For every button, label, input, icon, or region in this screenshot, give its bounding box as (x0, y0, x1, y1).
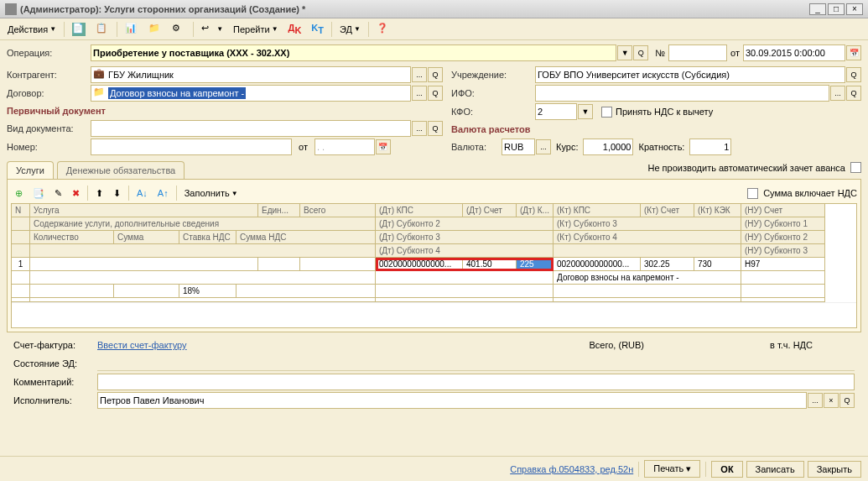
col-dt-k[interactable]: (Дт) К... (517, 204, 554, 217)
cell-dt-schet[interactable]: 401.50 (463, 258, 517, 271)
col-dt-sub4[interactable]: (Дт) Субконто 4 (376, 244, 554, 258)
valuta-input[interactable]: RUB (502, 139, 535, 155)
ispolnitel-search[interactable]: Q (839, 393, 855, 408)
col-edin[interactable]: Един... (258, 204, 300, 217)
col-n[interactable]: N (12, 204, 30, 217)
actions-menu[interactable]: Действия▼ (3, 21, 60, 38)
save-button[interactable]: Записать (746, 461, 804, 478)
kratnost-input[interactable]: 1 (689, 139, 731, 155)
vid-dok-input[interactable] (91, 120, 411, 137)
spravka-link[interactable]: Справка ф.0504833, ред.52н (510, 464, 633, 474)
col-kt-kek[interactable]: (Кт) КЭК (694, 204, 741, 217)
edit-row-button[interactable]: ✎ (50, 185, 66, 201)
cell-summa[interactable] (114, 285, 179, 298)
cell-kt-sub3[interactable]: Договор взносы на капремонт - (554, 271, 741, 285)
services-grid[interactable]: N Услуга Един... Всего (Дт) КПС (Дт) Сче… (11, 203, 857, 328)
col-nu-schet[interactable]: (НУ) Счет (741, 204, 825, 217)
cell-dt-sub3[interactable] (376, 285, 554, 298)
ok-button[interactable]: ОК (711, 461, 742, 478)
ifo-search[interactable]: Q (846, 86, 861, 101)
close-button-footer[interactable]: Закрыть (808, 461, 861, 478)
cell-n[interactable]: 1 (12, 258, 30, 271)
vid-dok-lookup[interactable]: ... (412, 121, 427, 136)
cell-usluga[interactable] (30, 258, 258, 271)
kfo-input[interactable]: 2 (535, 103, 577, 120)
cell-kt-sub4[interactable] (554, 285, 741, 298)
nomer-date-input[interactable]: . . (314, 139, 375, 155)
col-kol[interactable]: Количество (30, 231, 114, 244)
col-nu-sub3[interactable]: (НУ) Субконто 3 (741, 244, 825, 258)
cell-kt-schet[interactable]: 302.25 (641, 258, 694, 271)
cell-soderzh[interactable] (30, 271, 376, 285)
uchrezhdenie-search[interactable]: Q (846, 67, 861, 82)
close-button[interactable]: × (846, 3, 863, 15)
cell-dt-sub4[interactable] (376, 298, 554, 302)
operation-select[interactable]: Приобретение у поставщика (XXX - 302.XX) (91, 44, 616, 61)
col-soderzh[interactable]: Содержание услуги, дополнительные сведен… (30, 217, 376, 231)
add-copy-button[interactable]: 📑 (29, 185, 49, 201)
tool-5[interactable]: ⚙ (168, 21, 190, 38)
cell-summa-nds[interactable] (236, 285, 376, 298)
cell-kt-kek[interactable]: 730 (694, 258, 741, 271)
col-summa[interactable]: Сумма (114, 231, 179, 244)
delete-row-button[interactable]: ✖ (68, 185, 84, 201)
cell-stavka[interactable]: 18% (179, 285, 236, 298)
cell-edin[interactable] (258, 258, 300, 271)
col-dt-sub3[interactable]: (Дт) Субконто 3 (376, 231, 554, 244)
ed-menu[interactable]: ЭД▼ (335, 21, 365, 38)
cell-vsego[interactable] (300, 258, 376, 271)
kurs-input[interactable]: 1,0000 (583, 139, 633, 155)
cell-dt-k[interactable]: 225 (517, 258, 554, 271)
ispolnitel-lookup[interactable]: ... (808, 393, 823, 408)
move-down-button[interactable]: ⬇ (109, 185, 125, 201)
tool-6[interactable]: ↩▼ (197, 21, 227, 38)
schet-faktura-link[interactable]: Ввести счет-фактуру (97, 340, 187, 350)
contragent-input[interactable]: 💼ГБУ Жилищник (91, 66, 411, 83)
tool-7[interactable]: ДK (284, 21, 306, 38)
cell-nu-sub3[interactable] (741, 298, 825, 302)
ispolnitel-clear[interactable]: × (824, 393, 839, 408)
cell-nu-schet[interactable]: H97 (741, 258, 825, 271)
valuta-lookup[interactable]: ... (536, 139, 551, 154)
maximize-button[interactable]: □ (828, 3, 845, 15)
ispolnitel-input[interactable]: Петров Павел Иванович (97, 392, 807, 409)
col-nu-sub2[interactable]: (НУ) Субконто 2 (741, 231, 825, 244)
num-input[interactable] (668, 44, 727, 61)
sort-desc-button[interactable]: A↑ (153, 185, 173, 201)
dogovor-lookup[interactable]: ... (412, 86, 427, 101)
tool-1[interactable]: 📄 (68, 21, 90, 38)
minimize-button[interactable]: _ (809, 3, 826, 15)
cell-dt-sub2[interactable] (376, 271, 554, 285)
operation-dropdown[interactable]: ▼ (617, 45, 632, 60)
goto-menu[interactable]: Перейти▼ (229, 21, 283, 38)
nomer-input[interactable] (91, 139, 292, 155)
add-row-button[interactable]: ⊕ (11, 185, 27, 201)
col-kt-sub3[interactable]: (Кт) Субконто 3 (554, 217, 741, 231)
cell-kol[interactable] (30, 285, 114, 298)
tab-den[interactable]: Денежные обязательства (57, 161, 185, 179)
sum-nds-checkbox[interactable] (747, 188, 758, 199)
move-up-button[interactable]: ⬆ (91, 185, 107, 201)
dogovor-search[interactable]: Q (428, 86, 443, 101)
col-stavka[interactable]: Ставка НДС (179, 231, 236, 244)
no-auto-checkbox[interactable] (850, 162, 861, 173)
dogovor-input[interactable]: 📁Договор взносы на капремонт - (91, 85, 411, 102)
nomer-date-picker[interactable]: 📅 (376, 139, 391, 154)
tab-uslugi[interactable]: Услуги (7, 161, 54, 179)
tool-4[interactable]: 📁 (144, 21, 166, 38)
kfo-dropdown[interactable]: ▼ (578, 104, 593, 119)
col-dt-schet[interactable]: (Дт) Счет (463, 204, 517, 217)
vid-dok-search[interactable]: Q (428, 121, 443, 136)
col-summa-nds[interactable]: Сумма НДС (236, 231, 376, 244)
cell-kt-kps[interactable]: 00200000000000... (554, 258, 641, 271)
contragent-lookup[interactable]: ... (412, 67, 427, 82)
zapolnit-menu[interactable]: Заполнить▼ (180, 185, 242, 201)
col-dt-sub2[interactable]: (Дт) Субконто 2 (376, 217, 554, 231)
col-nu-sub1[interactable]: (НУ) Субконто 1 (741, 217, 825, 231)
ifo-input[interactable] (535, 85, 829, 102)
cell-nu-sub1[interactable] (741, 271, 825, 285)
help-button[interactable]: ❓ (372, 21, 394, 38)
col-kt-schet[interactable]: (Кт) Счет (641, 204, 694, 217)
sort-asc-button[interactable]: A↓ (133, 185, 152, 201)
print-button[interactable]: Печать ▾ (644, 460, 700, 478)
